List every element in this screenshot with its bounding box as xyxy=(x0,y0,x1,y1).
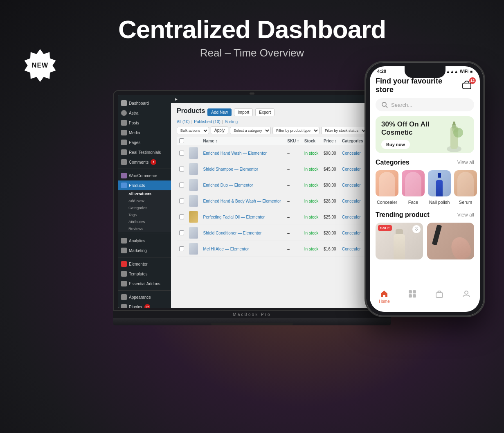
nav-home[interactable]: Home xyxy=(379,289,390,304)
product-price: $45.00 xyxy=(324,167,336,171)
sidebar-divider-4 xyxy=(118,290,171,291)
sidebar-item-pages[interactable]: Pages xyxy=(118,138,171,147)
product-sku: – xyxy=(287,247,290,251)
marketing-icon xyxy=(121,248,127,253)
sidebar-item-dashboard[interactable]: Dashboard xyxy=(118,98,171,108)
products-icon xyxy=(121,183,127,188)
row-checkbox[interactable] xyxy=(179,246,184,251)
search-input[interactable]: Search... xyxy=(391,102,468,108)
wp-content-area: Products Add New Import Export All (10) … xyxy=(171,103,386,261)
sidebar-item-products[interactable]: Products xyxy=(118,180,171,190)
product-name-link[interactable]: Enriched Hand & Body Wash — Elementor xyxy=(203,199,281,203)
trending-view-all[interactable]: View all xyxy=(457,212,474,218)
categories-view-all[interactable]: View all xyxy=(457,160,474,165)
nav-home-label: Home xyxy=(379,299,390,304)
cart-icon[interactable]: 12 xyxy=(461,79,474,92)
sidebar-item-appearance[interactable]: Appearance xyxy=(118,292,171,302)
product-name-link[interactable]: Shield Conditioner — Elementor xyxy=(203,231,262,235)
product-name-link[interactable]: Perfecting Facial Oil — Elementor xyxy=(203,215,265,219)
filter-sorting[interactable]: Sorting xyxy=(225,120,238,124)
import-button[interactable]: Import xyxy=(234,108,253,116)
row-checkbox[interactable] xyxy=(179,151,184,156)
product-stock: In stock xyxy=(304,183,318,187)
product-category[interactable]: Concealer xyxy=(342,215,361,219)
row-checkbox[interactable] xyxy=(179,214,184,219)
categories-title: Categories xyxy=(376,159,410,166)
sidebar-item-woocommerce[interactable]: WooCommerce xyxy=(118,171,171,180)
submenu-tags[interactable]: Tags xyxy=(125,211,171,218)
comments-badge: 1 xyxy=(151,159,156,165)
sidebar-item-posts[interactable]: Posts xyxy=(118,118,171,128)
submenu-add-new[interactable]: Add New xyxy=(125,197,171,204)
sidebar-item-templates[interactable]: Templates xyxy=(118,269,171,279)
category-select[interactable]: Select a category xyxy=(230,127,271,134)
row-checkbox[interactable] xyxy=(179,167,184,171)
svg-point-14 xyxy=(465,291,468,294)
product-category[interactable]: Concealer xyxy=(342,167,361,171)
submenu-reviews[interactable]: Reviews xyxy=(125,225,171,232)
apply-button[interactable]: Apply xyxy=(211,126,228,134)
product-name-link[interactable]: Enriched Hand Wash — Elementor xyxy=(203,151,267,156)
heart-icon-1[interactable]: ♡ xyxy=(412,225,421,233)
laptop-base-bar xyxy=(211,323,293,325)
product-price: $28.00 xyxy=(324,199,336,203)
category-serum[interactable]: Serum xyxy=(454,170,477,205)
phone-search-bar[interactable]: Search... xyxy=(376,98,474,111)
stock-status-select[interactable]: Filter by stock status xyxy=(321,127,367,134)
row-checkbox[interactable] xyxy=(179,198,184,203)
category-face[interactable]: Face xyxy=(402,170,425,205)
table-row: Mel Hi Aloe — Elementor – In stock $16.0… xyxy=(177,241,380,257)
trending-section-header: Trending product View all xyxy=(376,211,474,219)
filter-published[interactable]: Published (10) xyxy=(194,120,220,124)
table-row: Perfecting Facial Oil — Elementor – In s… xyxy=(177,209,380,225)
laptop-screen: Dashboard Astra Posts Media xyxy=(113,90,391,311)
sidebar-item-marketing[interactable]: Marketing xyxy=(118,246,171,255)
export-button[interactable]: Export xyxy=(255,108,274,116)
wp-sidebar: Dashboard Astra Posts Media xyxy=(118,95,171,308)
row-checkbox[interactable] xyxy=(179,183,184,187)
filter-all[interactable]: All (10) xyxy=(177,120,190,124)
sidebar-item-essential-addons[interactable]: Essential Addons xyxy=(118,279,171,289)
concealer-person xyxy=(379,172,395,196)
buy-now-button[interactable]: Buy now xyxy=(381,140,410,149)
phone-screen: 4:20 ▲▲▲ WiFi ■ Find your favourite stor… xyxy=(370,66,480,312)
sidebar-item-media[interactable]: Media xyxy=(118,128,171,138)
bulk-actions-select[interactable]: Bulk actions xyxy=(177,127,209,134)
product-name-link[interactable]: Shield Shampoo — Elementor xyxy=(203,167,259,171)
phone-frame: 4:20 ▲▲▲ WiFi ■ Find your favourite stor… xyxy=(364,61,485,317)
phone-bottom-nav: Home xyxy=(370,285,480,312)
nav-grid[interactable] xyxy=(408,289,417,304)
product-sku: – xyxy=(287,183,290,187)
nav-cart[interactable] xyxy=(435,289,444,304)
product-name-link[interactable]: Enriched Duo — Elementor xyxy=(203,183,253,187)
category-concealer[interactable]: Concealer xyxy=(376,170,398,205)
person-icon xyxy=(462,289,471,298)
nav-profile[interactable] xyxy=(462,289,471,304)
product-name-link[interactable]: Mel Hi Aloe — Elementor xyxy=(203,247,249,251)
product-category[interactable]: Concealer xyxy=(342,151,361,156)
row-checkbox[interactable] xyxy=(179,230,184,235)
sidebar-item-plugins[interactable]: Plugins 17 xyxy=(118,302,171,308)
product-type-select[interactable]: Filter by product type xyxy=(272,127,320,134)
submenu-categories[interactable]: Categories xyxy=(125,204,171,211)
product-sku: – xyxy=(287,231,290,235)
submenu-attributes[interactable]: Attributes xyxy=(125,218,171,225)
col-price: Price ↕ xyxy=(321,137,340,145)
trending-products-grid: SALE ♡ xyxy=(376,223,474,259)
sidebar-item-elementor[interactable]: Elementor xyxy=(118,259,171,269)
product-category[interactable]: Concealer xyxy=(342,199,361,203)
product-category[interactable]: Concealer xyxy=(342,247,361,251)
submenu-all-products[interactable]: All Products xyxy=(125,190,171,197)
trending-card-2[interactable] xyxy=(427,223,475,259)
sidebar-item-astra[interactable]: Astra xyxy=(118,108,171,118)
product-category[interactable]: Concealer xyxy=(342,183,361,187)
add-new-button[interactable]: Add New xyxy=(207,108,232,116)
sidebar-item-analytics[interactable]: Analytics xyxy=(118,236,171,246)
sidebar-item-comments[interactable]: Comments 1 xyxy=(118,157,171,167)
category-nailpolish[interactable]: Nail polish xyxy=(428,170,451,205)
product-category[interactable]: Concealer xyxy=(342,231,361,235)
sidebar-item-testimonials[interactable]: Real Testimonials xyxy=(118,147,171,157)
trending-card-1[interactable]: SALE ♡ xyxy=(376,223,423,259)
phone-header-row: Find your favourite store 12 xyxy=(376,77,474,94)
cart-badge: 12 xyxy=(469,77,476,84)
